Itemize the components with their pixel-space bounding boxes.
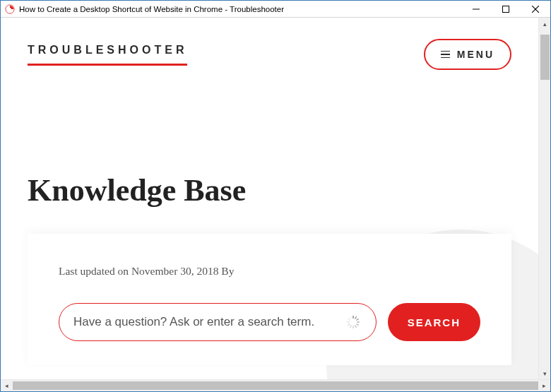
- scroll-up-icon[interactable]: ▴: [539, 18, 550, 30]
- svg-rect-7: [354, 316, 357, 319]
- window-title: How to Create a Desktop Shortcut of Webs…: [19, 5, 461, 13]
- svg-point-1: [8, 8, 11, 11]
- svg-rect-9: [357, 321, 360, 323]
- horizontal-scroll-thumb[interactable]: [13, 381, 538, 390]
- svg-rect-3: [503, 6, 509, 12]
- maximize-icon: [502, 6, 509, 13]
- svg-rect-13: [349, 325, 352, 328]
- svg-rect-10: [356, 323, 359, 326]
- maximize-button[interactable]: [491, 1, 521, 18]
- close-icon: [532, 6, 539, 13]
- search-input[interactable]: [73, 315, 336, 329]
- last-updated-text: Last updated on November 30, 2018 By: [59, 265, 480, 278]
- svg-rect-14: [347, 323, 350, 326]
- favicon-icon: [5, 4, 15, 14]
- hamburger-icon: [441, 51, 450, 59]
- page-title: Knowledge Base: [28, 172, 511, 208]
- app-window: How to Create a Desktop Shortcut of Webs…: [0, 0, 551, 392]
- svg-rect-16: [347, 319, 350, 321]
- menu-label: MENU: [457, 49, 494, 60]
- menu-button[interactable]: MENU: [424, 39, 511, 70]
- content-card: Last updated on November 30, 2018 By: [28, 234, 511, 365]
- loading-spinner-icon: [346, 315, 360, 329]
- svg-rect-6: [352, 316, 354, 319]
- vertical-scrollbar[interactable]: ▴ ▾: [538, 18, 550, 379]
- titlebar: How to Create a Desktop Shortcut of Webs…: [1, 1, 550, 18]
- site-brand[interactable]: TROUBLESHOOTER: [28, 44, 187, 66]
- site-header: TROUBLESHOOTER MENU: [1, 18, 538, 70]
- svg-rect-17: [349, 316, 352, 319]
- vertical-scroll-thumb[interactable]: [540, 35, 550, 80]
- minimize-button[interactable]: [461, 1, 491, 18]
- horizontal-scrollbar[interactable]: ◂ ▸: [1, 379, 550, 391]
- search-row: SEARCH: [59, 303, 480, 341]
- svg-rect-12: [352, 326, 354, 328]
- search-input-wrap: [59, 303, 377, 341]
- svg-rect-8: [356, 319, 359, 321]
- search-button[interactable]: SEARCH: [388, 303, 480, 341]
- window-controls: [461, 1, 550, 17]
- minimize-icon: [473, 6, 480, 13]
- svg-rect-15: [346, 321, 349, 323]
- content-viewport: TROUBLESHOOTER MENU Knowledge Base Last …: [1, 18, 538, 379]
- scroll-right-icon[interactable]: ▸: [538, 380, 550, 391]
- svg-rect-11: [354, 325, 357, 328]
- scroll-left-icon[interactable]: ◂: [1, 380, 13, 391]
- close-button[interactable]: [521, 1, 550, 18]
- scroll-down-icon[interactable]: ▾: [539, 367, 550, 379]
